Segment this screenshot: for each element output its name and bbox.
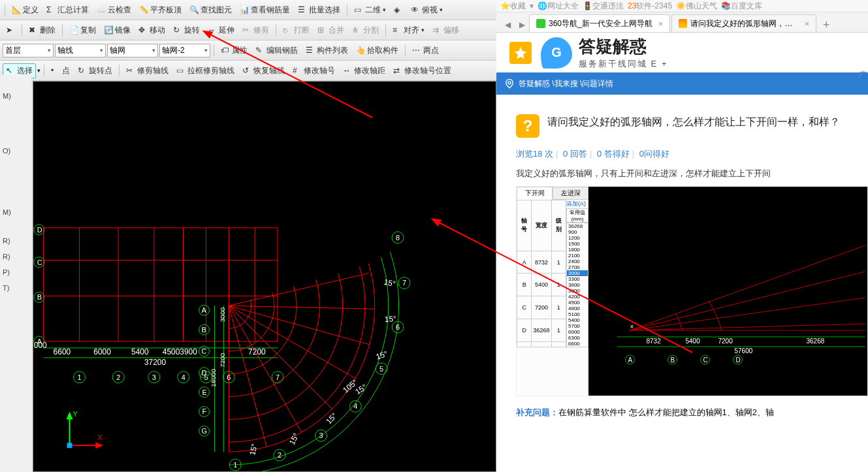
svg-line-101 <box>630 272 865 330</box>
svg-text:A: A <box>628 356 633 364</box>
move-button[interactable]: ✥移动 <box>135 23 169 38</box>
bookmark-item[interactable]: 📚百度文库 <box>721 1 762 12</box>
bookmark-item[interactable]: ☀️佛山天气 <box>676 1 717 12</box>
two-point-button[interactable]: ⋯两点 <box>409 43 442 58</box>
svg-text:B: B <box>201 326 206 334</box>
grid-dropdown[interactable]: 轴网-2▾ <box>159 44 210 57</box>
svg-line-103 <box>630 324 865 330</box>
svg-text:B: B <box>671 356 675 364</box>
trim-axis-button[interactable]: ✂修剪轴线 <box>123 63 172 78</box>
svg-text:Y: Y <box>72 410 78 418</box>
subcategory-dropdown[interactable]: 轴网▾ <box>107 44 158 57</box>
bookmark-item[interactable]: 🌐网址大全 <box>538 1 579 12</box>
nav-back-icon[interactable]: ◀ <box>500 18 515 32</box>
svg-text:G: G <box>201 427 207 435</box>
svg-line-18 <box>229 306 374 309</box>
question-title: 请问我定义好的弧形轴网，怎么样才能让上下开间一样，和样？ <box>547 114 840 138</box>
restore-axis-button[interactable]: ↺恢复轴线 <box>239 63 288 78</box>
embed-drawing: × 8732 5400 7200 36268 57600 A B C D <box>588 187 867 396</box>
point-button[interactable]: •点 <box>48 63 73 78</box>
question-box: ? 请问我定义好的弧形轴网，怎么样才能让上下开间一样，和样？ <box>496 95 868 148</box>
pick-member-button[interactable]: 👆拾取构件 <box>353 43 402 58</box>
svg-marker-93 <box>67 411 73 419</box>
question-description: 我定义好的弧形轴网，只有上开间和左进深，怎样才能建立上下开间 <box>496 160 868 183</box>
find-element-button[interactable]: 🔍查找图元 <box>186 3 235 18</box>
meta-views[interactable]: 浏览18 次 <box>516 149 553 159</box>
view-rebar-button[interactable]: 📊查看钢筋量 <box>236 3 293 18</box>
new-tab-button[interactable]: + <box>818 18 835 32</box>
rotate-point-button[interactable]: ↻旋转点 <box>74 63 116 78</box>
align-button[interactable]: ≡对齐▾ <box>389 23 428 38</box>
svg-text:36268: 36268 <box>807 338 825 345</box>
batch-select-button[interactable]: ☰批量选择 <box>295 3 344 18</box>
mirror-button[interactable]: 🔃镜像 <box>101 23 134 38</box>
extend-button[interactable]: ↔延伸 <box>204 23 238 38</box>
meta-good-answer[interactable]: 0 答得好 <box>597 149 630 159</box>
modify-distance-button[interactable]: ↔修改轴距 <box>340 63 389 78</box>
svg-text:3: 3 <box>319 432 323 439</box>
properties-button[interactable]: 🏷属性 <box>217 43 251 58</box>
site-subtitle: 服务新干线同城 E + <box>579 58 668 70</box>
view-cube-button[interactable]: ◈ <box>391 3 406 16</box>
embed-tab[interactable]: 下开间 <box>517 187 553 200</box>
left-gutter: M) O) M) R) R) P) T) <box>0 75 31 472</box>
svg-text:7200: 7200 <box>248 347 266 356</box>
embed-tab[interactable]: 左进深 <box>553 187 588 200</box>
location-icon <box>504 78 515 89</box>
embed-add-button[interactable]: 添加(A) <box>566 200 588 208</box>
trim-button[interactable]: ✂修剪 <box>239 23 272 38</box>
star-icon[interactable] <box>509 42 532 64</box>
browser-tab[interactable]: 请问我定义好的弧形轴网，怎么样 × <box>671 14 816 32</box>
svg-text:F: F <box>202 407 206 415</box>
define-button[interactable]: 📐定义 <box>8 3 42 18</box>
meta-good-question[interactable]: 0问得好 <box>639 149 669 159</box>
2d-button[interactable]: ▭二维▾ <box>351 3 389 18</box>
svg-text:C: C <box>703 356 708 364</box>
sum-button[interactable]: Σ汇总计算 <box>43 3 92 18</box>
cad-canvas[interactable]: 6600 6000 5400 45003900 7200 37200 000 1… <box>33 81 496 472</box>
offset-button[interactable]: ⇉偏移 <box>429 23 462 38</box>
floor-dropdown[interactable]: 首层▾ <box>3 44 54 57</box>
svg-line-102 <box>630 298 865 330</box>
modify-position-button[interactable]: ⇄修改轴号位置 <box>390 63 455 78</box>
svg-line-19 <box>229 274 368 306</box>
member-list-button[interactable]: ☰构件列表 <box>302 43 351 58</box>
perspective-button[interactable]: 👁俯视▾ <box>408 3 446 18</box>
rotate-button[interactable]: ↻旋转 <box>170 23 203 38</box>
copy-button[interactable]: 📄复制 <box>66 23 99 38</box>
svg-marker-96 <box>95 442 103 448</box>
bookmark-item[interactable]: 23软件-2345 <box>628 1 672 12</box>
cloud-check-button[interactable]: ☁️云检查 <box>93 3 135 18</box>
close-icon[interactable]: × <box>805 19 810 29</box>
svg-text:A: A <box>201 306 206 314</box>
svg-text:18000: 18000 <box>210 369 217 387</box>
browser-tab[interactable]: 360导航_新一代安全上网导航 × <box>529 14 670 32</box>
edit-rebar-button[interactable]: ✎编辑钢筋 <box>252 43 301 58</box>
meta-answers[interactable]: 0 回答 <box>563 149 587 159</box>
browser-tabbar: ◀ ▶ 360导航_新一代安全上网导航 × 请问我定义好的弧形轴网，怎么样 × … <box>496 12 868 33</box>
favorites-button[interactable]: ⭐收藏 <box>500 1 526 12</box>
arrow-button[interactable]: ➤ <box>3 24 18 37</box>
svg-text:8732: 8732 <box>647 338 662 345</box>
svg-text:×: × <box>630 323 634 330</box>
bookmark-item[interactable]: 🚦交通违法 <box>583 1 624 12</box>
close-icon[interactable]: × <box>658 19 664 29</box>
svg-text:6600: 6600 <box>54 347 71 356</box>
nav-forward-icon[interactable]: ▶ <box>515 18 529 32</box>
split-button[interactable]: ⋔分割 <box>349 23 382 38</box>
category-dropdown[interactable]: 轴线▾ <box>55 44 106 57</box>
svg-text:X: X <box>97 433 103 441</box>
svg-text:A: A <box>37 338 42 345</box>
svg-text:7200: 7200 <box>718 338 733 345</box>
delete-button[interactable]: ✖删除 <box>25 23 59 38</box>
breadcrumb: 答疑解惑 \我来搜 \问题详情 <box>496 72 868 95</box>
box-trim-button[interactable]: ▭拉框修剪轴线 <box>173 63 238 78</box>
svg-text:6: 6 <box>227 373 231 381</box>
svg-text:E: E <box>202 388 206 396</box>
align-plate-button[interactable]: 📏平齐板顶 <box>136 3 185 18</box>
svg-text:5400: 5400 <box>131 347 149 356</box>
break-button[interactable]: ⎋打断 <box>280 23 313 38</box>
modify-number-button[interactable]: #修改轴号 <box>289 63 338 78</box>
svg-text:4: 4 <box>353 402 357 410</box>
merge-button[interactable]: ⊞合并 <box>314 23 347 38</box>
